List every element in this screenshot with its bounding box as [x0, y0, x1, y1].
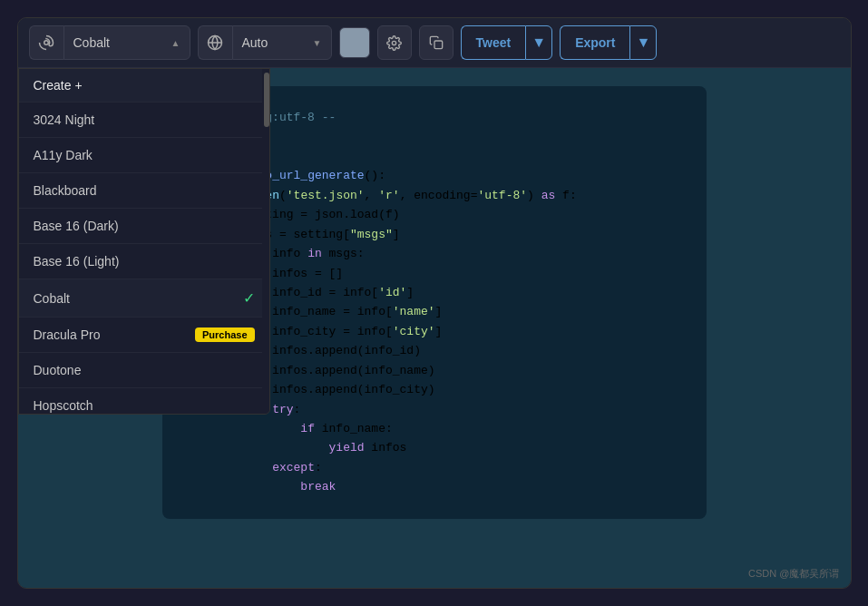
theme-select-button[interactable]: Cobalt ▲ [63, 25, 190, 60]
language-picker: Auto ▼ [198, 25, 332, 60]
purchase-badge[interactable]: Purchase [195, 327, 255, 342]
code-line-18: yield infos [188, 438, 681, 457]
color-swatch-button[interactable] [339, 27, 370, 58]
dropdown-item-label: Cobalt [34, 291, 70, 306]
theme-value-label: Cobalt [73, 35, 110, 50]
copy-button[interactable] [419, 25, 454, 60]
dropdown-item-3024night[interactable]: 3024 Night [19, 103, 269, 138]
theme-dropdown-panel: Create + 3024 Night A11y Dark Blackboard… [18, 68, 270, 415]
code-line-20: break [188, 477, 681, 496]
dropdown-item-label: Hopscotch [34, 398, 93, 413]
theme-chevron-icon: ▲ [171, 38, 180, 48]
svg-point-0 [44, 41, 49, 45]
theme-picker: Cobalt ▲ [29, 25, 190, 60]
dropdown-item-label: A11y Dark [34, 148, 93, 162]
dropdown-item-a11ydark[interactable]: A11y Dark [19, 138, 269, 173]
lang-value-label: Auto [242, 35, 268, 50]
lang-chevron-icon: ▼ [313, 38, 322, 48]
dropdown-item-label: Base 16 (Light) [34, 254, 120, 269]
dropdown-item-blackboard[interactable]: Blackboard [19, 173, 269, 209]
dropdown-item-label: Blackboard [34, 183, 97, 198]
dropdown-item-hopscotch[interactable]: Hopscotch [19, 388, 269, 414]
active-check-icon: ✓ [243, 289, 255, 307]
export-button-group: Export ▼ [560, 25, 657, 60]
watermark: CSDN @魔都吴所谓 [748, 567, 839, 581]
dropdown-item-duotone[interactable]: Duotone [19, 353, 269, 388]
dropdown-item-base16dark[interactable]: Base 16 (Dark) [19, 209, 269, 244]
dropdown-create-item[interactable]: Create + [19, 69, 269, 103]
svg-point-3 [392, 41, 395, 44]
dropdown-item-label: 3024 Night [34, 112, 95, 127]
dropdown-item-label: Duotone [34, 363, 82, 377]
code-line-19: except: [188, 458, 681, 477]
create-label: Create + [34, 78, 83, 93]
export-dropdown-button[interactable]: ▼ [629, 25, 657, 60]
dropdown-item-label: Dracula Pro [34, 327, 101, 342]
svg-rect-4 [434, 41, 443, 49]
dropdown-item-draculapro[interactable]: Dracula Pro Purchase [19, 318, 269, 353]
main-area: Create + 3024 Night A11y Dark Blackboard… [18, 68, 851, 588]
dropdown-item-base16light[interactable]: Base 16 (Light) [19, 244, 269, 279]
code-line-17: if info_name: [188, 419, 681, 438]
tweet-dropdown-button[interactable]: ▼ [525, 25, 552, 60]
settings-button[interactable] [377, 25, 412, 60]
export-button[interactable]: Export [560, 25, 629, 60]
theme-icon-button[interactable] [29, 25, 63, 60]
tweet-chevron-icon: ▼ [532, 34, 546, 51]
dropdown-scroll-container[interactable]: Create + 3024 Night A11y Dark Blackboard… [19, 69, 269, 414]
lang-select-button[interactable]: Auto ▼ [232, 25, 332, 60]
toolbar: Cobalt ▲ Auto ▼ [18, 18, 851, 68]
tweet-button-group: Tweet ▼ [461, 25, 553, 60]
app-container: Cobalt ▲ Auto ▼ [17, 17, 852, 589]
dropdown-item-cobalt[interactable]: Cobalt ✓ [19, 279, 269, 318]
dropdown-item-label: Base 16 (Dark) [34, 219, 119, 233]
lang-icon-button[interactable] [198, 25, 232, 60]
tweet-button[interactable]: Tweet [461, 25, 526, 60]
export-chevron-icon: ▼ [637, 34, 651, 51]
